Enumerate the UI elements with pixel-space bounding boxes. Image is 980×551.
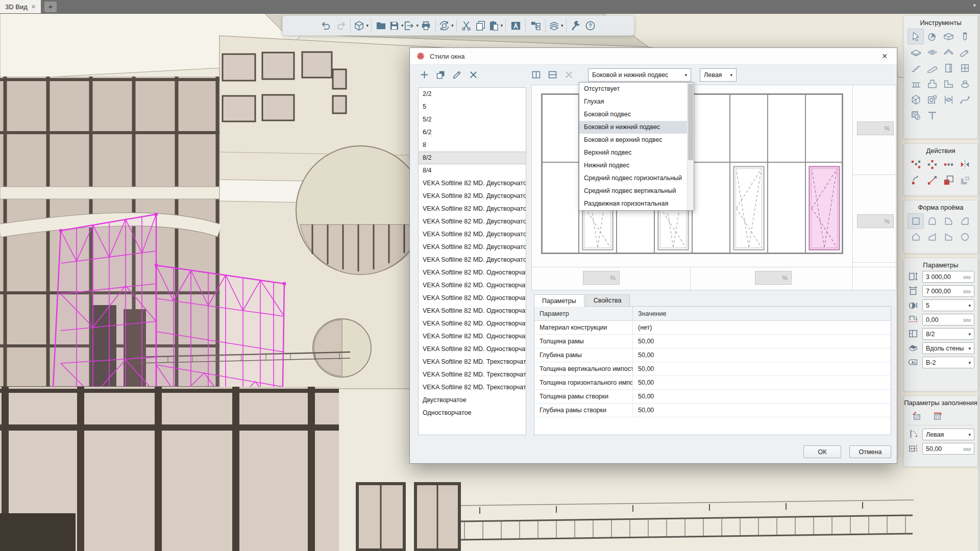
tab-3d-view[interactable]: 3D Вид ✕ [0,0,41,13]
styles-list-item[interactable]: 5/2 [419,113,526,126]
add-view-button[interactable]: + [44,2,57,12]
tool-isolated-foundation[interactable] [924,76,940,92]
add-style-button[interactable] [417,67,431,82]
dialog-tab[interactable]: Свойства [585,294,630,306]
delete-split-button[interactable] [561,67,576,82]
action-circular-array[interactable] [924,157,940,172]
open-button[interactable] [374,18,388,33]
dropdown-scrollbar[interactable] [687,83,694,210]
styles-list-item[interactable]: VEKA Softline 82 MD. Двустворчато [419,241,526,254]
tool-column[interactable] [957,29,973,44]
styles-list-item[interactable]: VEKA Softline 82 MD. Одностворчат [419,343,526,356]
action-scale[interactable] [940,172,957,188]
tool-hatch[interactable] [908,108,924,123]
tool-object-styles[interactable]: A [924,29,940,44]
shape-slant-right[interactable] [940,229,957,245]
tab-close-icon[interactable]: ✕ [31,4,36,10]
export-button[interactable]: ▾ [403,18,419,33]
styles-list-item[interactable]: VEKA Softline 82 MD. Одностворчат [419,317,526,330]
tool-curve[interactable] [957,92,973,108]
dropdown-item[interactable]: Средний подвес вертикальный [579,185,687,197]
dropdown-item[interactable]: Нижний подвес [579,159,687,172]
styles-list-item[interactable]: VEKA Softline 82 MD. Одностворчат [419,292,526,305]
chevron-down-icon[interactable]: ▾ [366,23,369,28]
styles-list-item[interactable]: VEKA Softline 82 MD. Одностворчат [419,330,526,343]
styles-list-item[interactable]: 8/2 [419,152,526,164]
styles-list-item[interactable]: VEKA Softline 82 MD. Двустворчато [419,203,526,215]
shape-quarter-arc-left[interactable] [940,213,957,229]
tool-dimension[interactable] [940,92,957,108]
tool-element[interactable] [908,92,924,108]
dialog-close-icon[interactable]: ✕ [878,51,891,61]
table-row[interactable]: Толщина рамы створки 50,00 [534,390,891,404]
tool-ramp[interactable] [924,60,940,76]
tool-text[interactable] [924,108,940,123]
styles-list-item[interactable]: VEKA Softline 82 MD. Одностворчат [419,279,526,292]
cut-button[interactable] [459,18,474,33]
tool-assembly[interactable] [924,92,940,108]
dropdown-item[interactable]: Верхний подвес [579,146,687,159]
table-row[interactable]: Глубина рамы 50,00 [534,348,891,362]
table-row[interactable]: Толщина горизонтального импоста 50,00 [534,376,891,390]
tool-strip-foundation[interactable] [940,76,957,92]
shape-circle[interactable] [957,229,973,245]
dropdown-item[interactable]: Отсутствует [579,83,687,95]
styles-list-item[interactable]: 5 [419,101,526,113]
paste-button[interactable]: ▾ [488,18,503,33]
cancel-button[interactable]: Отмена [849,445,891,458]
styles-list-item[interactable]: VEKA Softline 82 MD. Одностворчат [419,305,526,317]
ok-button[interactable]: ОК [803,445,841,458]
scrollbar-thumb[interactable] [688,84,693,160]
tool-plumbing-fixture[interactable] [957,76,973,92]
tool-railing[interactable] [908,76,924,92]
tool-opening[interactable] [924,44,940,60]
shape-arch[interactable] [924,213,940,229]
dropdown-item[interactable]: Боковой подвес [579,108,687,121]
styles-list-item[interactable]: VEKA Softline 82 MD. Трехстворчат [419,368,526,381]
redo-button[interactable] [333,18,348,33]
split-horizontal-button[interactable] [545,67,559,82]
view-3d-button[interactable]: ▾ [353,18,369,33]
tool-window[interactable] [957,60,973,76]
styles-list-item[interactable]: Одностворчатое [419,407,526,419]
shape-slant-left[interactable] [924,229,940,245]
dialog-titlebar[interactable]: Стили окна ✕ [410,48,897,65]
dropdown-item[interactable]: Глухая [579,95,687,108]
dropdown-item[interactable]: Боковой и верхний подвес [579,134,687,146]
opening-type-combo[interactable]: Боковой и нижний подвес ▾ [588,68,691,82]
delete-style-button[interactable] [466,67,480,82]
shape-quarter-arc-right[interactable] [957,213,973,229]
action-move[interactable] [908,157,924,172]
tool-stairs[interactable] [908,60,924,76]
tab-overflow-icon[interactable]: ▾ [973,2,976,9]
orbit-button[interactable]: ▾ [438,18,454,33]
styles-list-item[interactable]: VEKA Softline 82 MD. Двустворчато [419,228,526,241]
action-align[interactable] [957,172,973,188]
tool-roof[interactable] [940,44,957,60]
tool-wall[interactable] [940,29,957,44]
chevron-down-icon[interactable]: ▾ [501,23,503,28]
styles-list-item[interactable]: VEKA Softline 82 MD. Трехстворчат [419,356,526,368]
help-button[interactable]: ? [583,18,598,33]
settings-button[interactable] [569,18,583,33]
save-button[interactable]: ▾ [388,18,404,33]
duplicate-style-button[interactable] [433,67,448,82]
chevron-down-icon[interactable]: ▾ [561,23,564,28]
dropdown-item[interactable]: Средний подвес горизонтальный [579,172,687,185]
object-structure-button[interactable] [528,18,543,33]
column-width-percent-field[interactable]: % [755,271,792,285]
styles-list-item[interactable]: VEKA Softline 82 MD. Одностворчат [419,266,526,279]
action-move-by-vector[interactable] [924,172,940,188]
styles-list-item[interactable]: VEKA Softline 82 MD. Трехстворчат [419,381,526,394]
styles-list-item[interactable]: 2/2 [419,88,526,101]
mount-side-inner-toggle[interactable] [929,409,945,422]
action-mirror[interactable] [957,157,973,172]
dropdown-item[interactable]: Раздвижная горизонтальная [579,197,687,210]
print-button[interactable] [419,18,433,33]
styles-list-item[interactable]: 6/2 [419,126,526,139]
undo-button[interactable] [319,18,333,33]
styles-list-item[interactable]: 8 [419,139,526,152]
tool-door[interactable] [940,60,957,76]
table-row[interactable]: Глубина рамы створки 50,00 [534,404,891,417]
tool-select[interactable] [908,29,924,44]
